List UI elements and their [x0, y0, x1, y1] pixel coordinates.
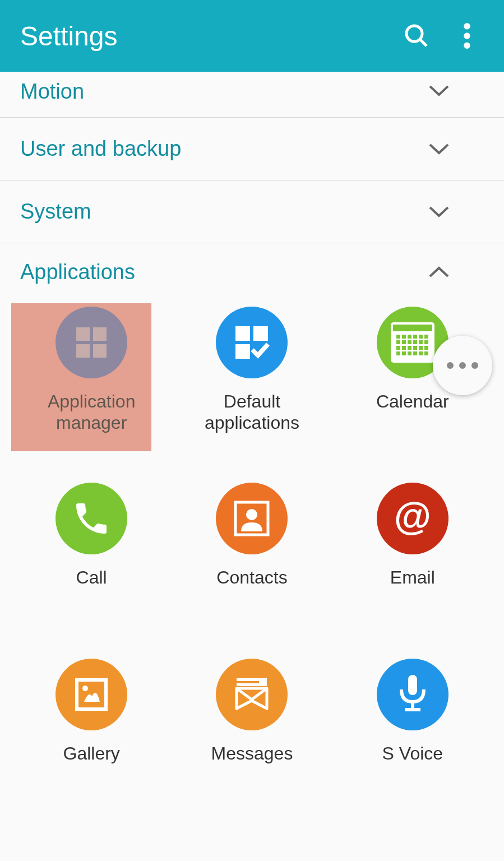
svg-rect-34 [402, 351, 406, 355]
svg-point-2 [464, 23, 470, 30]
svg-line-1 [420, 39, 427, 46]
svg-rect-26 [424, 340, 428, 344]
search-icon[interactable] [394, 13, 439, 58]
app-s-voice[interactable]: S Voice [332, 659, 493, 801]
svg-rect-47 [408, 675, 417, 695]
svg-rect-32 [424, 346, 428, 350]
app-default-applications[interactable]: Default applications [172, 307, 332, 449]
svg-point-4 [464, 43, 470, 49]
svg-rect-25 [419, 340, 423, 344]
svg-rect-5 [76, 327, 90, 341]
tile-label: Calendar [376, 391, 449, 412]
phone-icon [56, 483, 127, 554]
svg-rect-13 [392, 323, 433, 331]
section-applications[interactable]: Applications [0, 243, 504, 284]
svg-rect-24 [413, 340, 417, 344]
tile-label: Email [390, 567, 435, 588]
svg-rect-30 [413, 346, 417, 350]
tile-label: Application manager [27, 391, 156, 434]
grid-check-icon [216, 307, 288, 378]
chevron-up-icon [428, 261, 450, 284]
grid-icon [56, 307, 127, 378]
app-call[interactable]: Call [11, 483, 172, 625]
svg-text:@: @ [394, 496, 431, 537]
at-icon: @ [377, 483, 448, 554]
section-label: User and backup [20, 137, 428, 161]
svg-rect-27 [396, 346, 400, 350]
section-label: System [20, 200, 428, 224]
messages-icon [216, 659, 288, 730]
svg-rect-16 [402, 335, 406, 339]
contacts-icon [216, 483, 288, 554]
microphone-icon [377, 659, 448, 730]
svg-rect-35 [408, 351, 411, 355]
section-motion[interactable]: Motion [0, 72, 504, 118]
app-grid: Application manager Default applications [0, 284, 504, 801]
svg-rect-21 [396, 340, 400, 344]
page-title: Settings [20, 21, 394, 52]
svg-rect-10 [253, 326, 268, 341]
svg-rect-17 [408, 335, 411, 339]
svg-rect-28 [402, 346, 406, 350]
section-label: Applications [20, 260, 428, 284]
svg-rect-31 [419, 346, 423, 350]
svg-rect-7 [76, 344, 90, 358]
dot-icon [447, 362, 454, 369]
svg-rect-19 [419, 335, 423, 339]
svg-rect-38 [424, 351, 428, 355]
tile-label: Default applications [187, 391, 316, 434]
dot-icon [459, 362, 466, 369]
svg-point-0 [406, 26, 422, 41]
chevron-down-icon [428, 201, 450, 223]
tile-label: Messages [211, 743, 293, 764]
svg-rect-20 [424, 335, 428, 339]
svg-point-3 [464, 33, 470, 39]
section-system[interactable]: System [0, 180, 504, 243]
app-header: Settings [0, 0, 504, 72]
svg-rect-23 [408, 340, 411, 344]
gallery-icon [56, 659, 127, 730]
dot-icon [471, 362, 478, 369]
svg-rect-18 [413, 335, 417, 339]
svg-point-40 [246, 509, 257, 520]
tile-label: Gallery [63, 743, 119, 764]
svg-rect-43 [78, 682, 104, 707]
tile-label: Contacts [216, 567, 287, 588]
tile-label: S Voice [382, 743, 443, 764]
svg-rect-36 [413, 351, 417, 355]
chevron-down-icon [428, 80, 450, 102]
app-gallery[interactable]: Gallery [11, 659, 172, 801]
svg-point-44 [82, 686, 88, 691]
app-messages[interactable]: Messages [172, 659, 332, 801]
svg-rect-33 [396, 351, 400, 355]
app-application-manager[interactable]: Application manager [11, 307, 172, 449]
app-email[interactable]: @ Email [332, 483, 493, 625]
tile-label: Call [76, 567, 107, 588]
svg-rect-37 [419, 351, 423, 355]
svg-rect-8 [93, 344, 107, 358]
app-contacts[interactable]: Contacts [172, 483, 332, 625]
chevron-down-icon [428, 138, 450, 160]
svg-rect-22 [402, 340, 406, 344]
svg-rect-29 [408, 346, 411, 350]
more-icon[interactable] [450, 13, 484, 58]
svg-rect-6 [93, 327, 107, 341]
svg-rect-9 [235, 326, 250, 341]
svg-rect-11 [235, 344, 250, 359]
svg-rect-46 [237, 681, 259, 683]
section-label: Motion [20, 80, 428, 104]
svg-rect-15 [396, 335, 400, 339]
quick-settings-button[interactable] [433, 336, 492, 395]
section-user-and-backup[interactable]: User and backup [0, 118, 504, 180]
